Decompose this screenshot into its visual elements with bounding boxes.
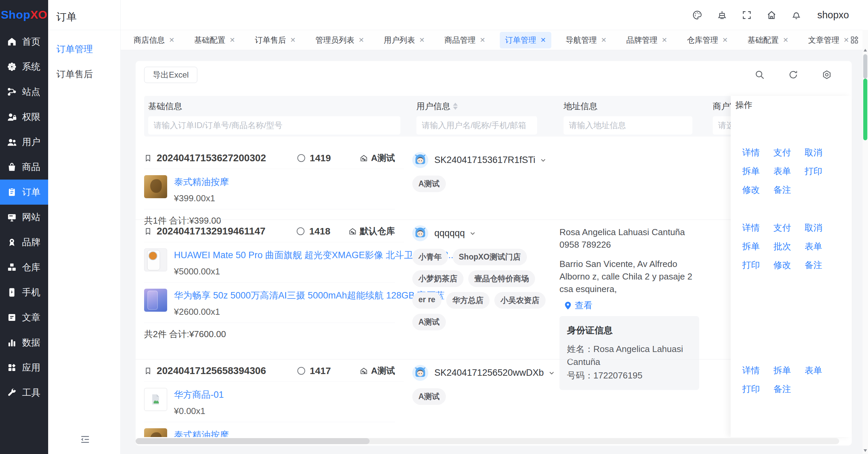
product-link[interactable]: 泰式精油按摩	[174, 176, 229, 188]
order-user-name[interactable]: qqqqqq	[434, 228, 465, 239]
close-icon[interactable]: ✕	[358, 37, 364, 43]
tab-order-manage[interactable]: 订单管理✕	[500, 32, 552, 48]
action-link[interactable]: 拆单	[742, 165, 761, 177]
bookmark-icon[interactable]	[144, 227, 152, 235]
address-view-link[interactable]: 查看	[564, 300, 709, 311]
tab-basic-config-1[interactable]: 基础配置✕	[189, 32, 241, 48]
submenu-item-order-manage[interactable]: 订单管理	[56, 43, 120, 55]
action-link[interactable]: 修改	[773, 259, 792, 271]
close-icon[interactable]: ✕	[601, 37, 607, 43]
action-link[interactable]: 支付	[773, 222, 792, 234]
vertical-scrollbar-thumb[interactable]	[863, 54, 867, 79]
sidebar-item-tools[interactable]: 工具	[0, 380, 48, 405]
action-link[interactable]: 修改	[742, 184, 761, 196]
action-link[interactable]: 批次	[773, 241, 792, 252]
tab-order-aftersale[interactable]: 订单售后✕	[250, 32, 301, 48]
menu-fold-icon[interactable]	[80, 434, 90, 445]
action-link[interactable]: 打印	[742, 259, 761, 271]
close-icon[interactable]: ✕	[783, 37, 789, 43]
close-icon[interactable]: ✕	[480, 37, 486, 43]
tab-user-list[interactable]: 用户列表✕	[378, 32, 430, 48]
action-link[interactable]: 支付	[773, 147, 792, 159]
vertical-scrollbar-indicator[interactable]	[863, 79, 867, 140]
tab-brand-manage[interactable]: 品牌管理✕	[621, 32, 673, 48]
tab-basic-config-2[interactable]: 基础配置✕	[742, 32, 794, 48]
refresh-icon[interactable]	[788, 69, 798, 80]
horizontal-scrollbar-thumb[interactable]	[136, 438, 370, 444]
sidebar-item-goods[interactable]: 商品	[0, 154, 48, 180]
tab-manager-icon[interactable]	[850, 35, 859, 45]
close-icon[interactable]: ✕	[230, 37, 235, 43]
bookmark-icon[interactable]	[144, 154, 152, 162]
action-link[interactable]: 取消	[805, 222, 824, 234]
product-thumbnail[interactable]	[144, 388, 167, 411]
tab-article-manage[interactable]: 文章管理✕	[803, 32, 854, 48]
product-thumbnail[interactable]	[144, 289, 167, 312]
action-link[interactable]: 详情	[742, 147, 761, 159]
product-link[interactable]: 华方商品-01	[174, 389, 224, 401]
settings-icon[interactable]	[822, 69, 832, 80]
sidebar-item-warehouse[interactable]: 仓库	[0, 255, 48, 280]
sidebar-item-site[interactable]: 站点	[0, 79, 48, 104]
action-link[interactable]: 详情	[742, 222, 761, 234]
action-link[interactable]: 表单	[805, 365, 824, 376]
fullscreen-icon[interactable]	[742, 10, 752, 20]
close-icon[interactable]: ✕	[722, 37, 728, 43]
action-link[interactable]: 表单	[773, 165, 792, 177]
export-excel-button[interactable]: 导出Excel	[144, 67, 197, 83]
action-link[interactable]: 备注	[773, 383, 792, 395]
product-thumbnail[interactable]	[144, 248, 167, 271]
sidebar-item-brand[interactable]: 品牌	[0, 230, 48, 255]
close-icon[interactable]: ✕	[169, 37, 175, 43]
user-search-input[interactable]	[416, 116, 537, 135]
action-link[interactable]: 拆单	[742, 241, 761, 252]
tab-goods-manage[interactable]: 商品管理✕	[439, 32, 491, 48]
scroll-up-icon[interactable]	[864, 49, 867, 51]
sidebar-item-permission[interactable]: 权限	[0, 104, 48, 129]
close-icon[interactable]: ✕	[419, 37, 425, 43]
product-thumbnail[interactable]	[144, 175, 167, 198]
tab-nav-manage[interactable]: 导航管理✕	[560, 32, 612, 48]
sidebar-item-system[interactable]: 系统	[0, 54, 48, 79]
close-icon[interactable]: ✕	[843, 37, 849, 43]
tab-shop-info[interactable]: 商店信息✕	[128, 32, 180, 48]
action-link[interactable]: 打印	[805, 165, 824, 177]
sidebar-item-users[interactable]: 用户	[0, 129, 48, 154]
tab-admin-list[interactable]: 管理员列表✕	[310, 32, 370, 48]
order-user-name[interactable]: SK240417153617R1fSTi	[434, 155, 535, 165]
close-icon[interactable]: ✕	[290, 37, 296, 43]
bell-icon[interactable]	[791, 10, 802, 20]
order-search-input[interactable]	[148, 116, 400, 135]
search-icon[interactable]	[754, 69, 765, 80]
address-search-input[interactable]	[564, 116, 692, 135]
order-user-name[interactable]: SK2404171256520wwDXb	[434, 368, 544, 378]
palette-icon[interactable]	[692, 10, 703, 20]
sidebar-item-home[interactable]: 首页	[0, 29, 48, 54]
product-link[interactable]: 泰式精油按摩	[174, 429, 229, 437]
sidebar-item-mobile[interactable]: 手机	[0, 280, 48, 305]
brush-icon[interactable]	[717, 10, 727, 20]
action-link[interactable]: 详情	[742, 365, 761, 376]
action-link[interactable]: 拆单	[773, 365, 792, 376]
chevron-down-icon[interactable]	[539, 157, 547, 164]
sidebar-item-article[interactable]: 文章	[0, 305, 48, 330]
bookmark-icon[interactable]	[144, 367, 152, 375]
sort-carets-icon[interactable]	[453, 103, 458, 110]
sidebar-item-apps[interactable]: 应用	[0, 355, 48, 380]
action-link[interactable]: 打印	[742, 383, 761, 395]
submenu-item-order-aftersale[interactable]: 订单售后	[56, 68, 120, 80]
product-thumbnail[interactable]	[144, 428, 167, 437]
action-link[interactable]: 表单	[805, 241, 824, 252]
sidebar-item-orders[interactable]: 订单	[0, 180, 48, 205]
sidebar-item-data[interactable]: 数据	[0, 330, 48, 355]
chevron-down-icon[interactable]	[469, 230, 476, 237]
action-link[interactable]: 备注	[773, 184, 792, 196]
tab-warehouse-manage[interactable]: 仓库管理✕	[682, 32, 733, 48]
sidebar-item-website[interactable]: 网站	[0, 205, 48, 230]
username[interactable]: shopxo	[817, 9, 849, 21]
close-icon[interactable]: ✕	[540, 37, 546, 43]
home-icon[interactable]	[766, 10, 777, 20]
horizontal-scrollbar[interactable]	[136, 438, 839, 444]
action-link[interactable]: 备注	[805, 259, 824, 271]
vertical-scrollbar[interactable]	[863, 30, 868, 454]
